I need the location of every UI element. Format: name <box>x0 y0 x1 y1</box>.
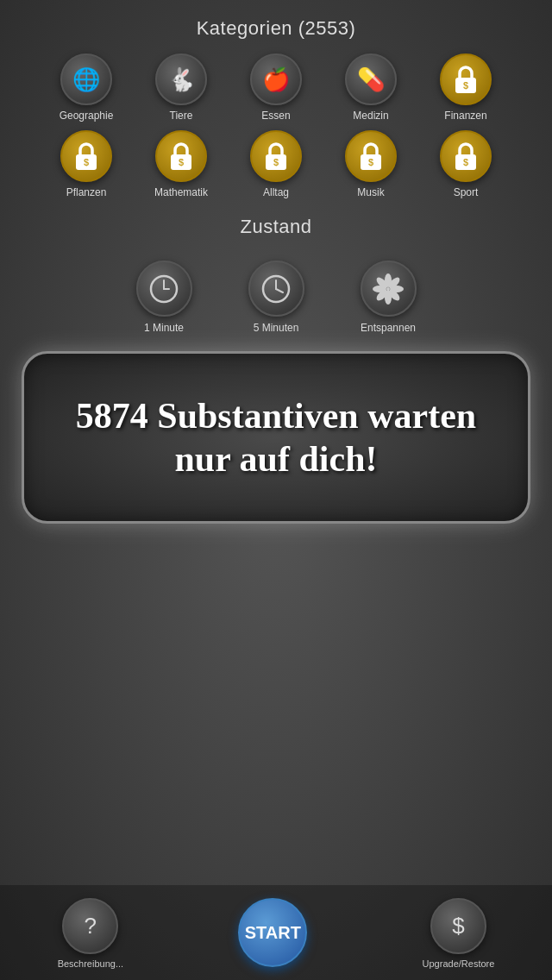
zustand-row: 1 Minute 5 Minuten <box>125 261 427 334</box>
essen-icon: 🍎 <box>250 53 302 105</box>
zustand-title: Zustand <box>241 216 312 238</box>
beschreibung-button[interactable]: ? Beschreibung... <box>58 898 123 969</box>
medizin-label: Medizin <box>353 110 388 122</box>
zustand-entspannen[interactable]: Entspannen <box>349 261 427 334</box>
category-mathematik[interactable]: $ Mathematik <box>142 130 220 198</box>
musik-lock-icon: $ <box>345 130 397 182</box>
category-alltag[interactable]: $ Alltag <box>237 130 315 198</box>
clock-1min-icon <box>136 261 192 317</box>
alltag-lock-icon: $ <box>250 130 302 182</box>
musik-label: Musik <box>357 186 384 198</box>
geographie-icon: 🌐 <box>60 53 112 105</box>
start-icon: START <box>238 898 307 967</box>
category-finanzen[interactable]: $ Finanzen <box>427 53 505 122</box>
upgrade-label: Upgrade/Restore <box>423 958 495 969</box>
dollar-icon: $ <box>430 898 486 954</box>
banner-text: 5874 Substantiven warten nur auf dich! <box>50 394 502 481</box>
svg-text:$: $ <box>463 157 468 167</box>
svg-rect-27 <box>387 289 389 298</box>
tiere-label: Tiere <box>170 110 193 122</box>
zustand-1minute[interactable]: 1 Minute <box>125 261 203 334</box>
pflanzen-lock-icon: $ <box>60 130 112 182</box>
svg-text:$: $ <box>463 80 468 91</box>
pflanzen-label: Pflanzen <box>66 186 107 198</box>
zustand-section: Zustand 1 Minute <box>0 216 552 334</box>
finanzen-lock-icon: $ <box>440 53 492 105</box>
sport-lock-icon: $ <box>440 130 492 182</box>
zustand-5minuten[interactable]: 5 Minuten <box>237 261 315 334</box>
1minute-label: 1 Minute <box>144 322 184 334</box>
category-geographie[interactable]: 🌐 Geographie <box>47 53 125 122</box>
svg-line-17 <box>276 289 283 292</box>
banner: 5874 Substantiven warten nur auf dich! <box>22 351 530 524</box>
svg-text:$: $ <box>273 157 279 167</box>
svg-text:$: $ <box>179 157 184 167</box>
category-medizin[interactable]: 💊 Medizin <box>332 53 410 122</box>
alltag-label: Alltag <box>263 186 289 198</box>
medizin-icon: 💊 <box>345 53 397 105</box>
category-tiere[interactable]: 🐇 Tiere <box>142 53 220 122</box>
bottom-bar: ? Beschreibung... START $ Upgrade/Restor… <box>0 885 552 980</box>
category-sport[interactable]: $ Sport <box>427 130 505 198</box>
category-pflanzen[interactable]: $ Pflanzen <box>47 130 125 198</box>
category-musik[interactable]: $ Musik <box>332 130 410 198</box>
essen-label: Essen <box>261 110 290 122</box>
leaf-icon <box>361 261 417 317</box>
category-essen[interactable]: 🍎 Essen <box>237 53 315 122</box>
svg-text:$: $ <box>368 157 373 167</box>
categories-grid: 🌐 Geographie 🐇 Tiere 🍎 Essen 💊 Medizin $ <box>0 53 552 198</box>
sport-label: Sport <box>454 186 479 198</box>
beschreibung-label: Beschreibung... <box>58 958 123 969</box>
geographie-label: Geographie <box>60 110 114 122</box>
tiere-icon: 🐇 <box>155 53 207 105</box>
clock-5min-icon <box>248 261 304 317</box>
5minuten-label: 5 Minuten <box>254 322 299 334</box>
entspannen-label: Entspannen <box>361 322 416 334</box>
page-title: Kategorien (2553) <box>197 17 356 40</box>
mathematik-lock-icon: $ <box>155 130 207 182</box>
finanzen-label: Finanzen <box>444 110 486 122</box>
svg-text:$: $ <box>84 157 89 167</box>
start-button[interactable]: START <box>238 898 307 967</box>
question-icon: ? <box>62 898 118 954</box>
mathematik-label: Mathematik <box>154 186 208 198</box>
upgrade-button[interactable]: $ Upgrade/Restore <box>423 898 495 969</box>
